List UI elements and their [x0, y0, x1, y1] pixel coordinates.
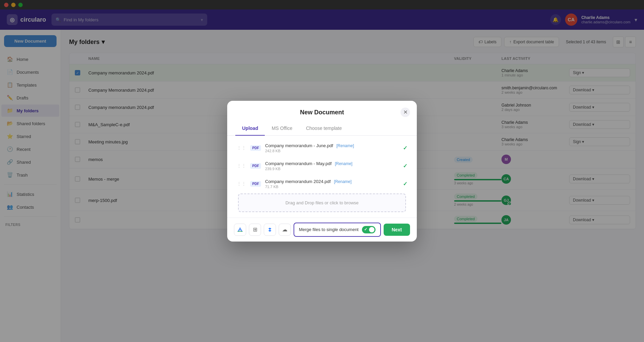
modal-overlay: New Document ✕ Upload MS Office Choose t… [0, 0, 644, 342]
file-check-icon: ✓ [403, 163, 407, 169]
tab-ms-office[interactable]: MS Office [265, 121, 299, 136]
drag-handle-icon[interactable]: ⋮⋮ [237, 163, 246, 168]
file-details: Company memorandum - June.pdf [Rename] 2… [265, 143, 399, 153]
file-check-icon: ✓ [403, 145, 407, 151]
grid-icon: ⊞ [253, 226, 257, 233]
drag-handle-icon[interactable]: ⋮⋮ [237, 181, 246, 186]
modal-tabs: Upload MS Office Choose template [227, 121, 417, 136]
tab-upload[interactable]: Upload [235, 121, 265, 136]
modal-footer: ⊞ ☁ Merge files to single document ✓ Nex… [227, 218, 417, 242]
rename-link[interactable]: [Rename] [337, 143, 354, 148]
file-type-badge: PDF [250, 181, 261, 187]
drop-zone-text: Drag and Drop files or click to browse [285, 200, 359, 205]
drop-zone[interactable]: Drag and Drop files or click to browse [238, 193, 406, 212]
merge-label: Merge files to single document [299, 227, 359, 232]
cloud-icon: ☁ [282, 226, 287, 233]
drag-handle-icon[interactable]: ⋮⋮ [237, 145, 246, 151]
new-document-modal: New Document ✕ Upload MS Office Choose t… [227, 101, 417, 242]
file-details: Company memorandum - May.pdf [Rename] 23… [265, 161, 399, 171]
grid-button[interactable]: ⊞ [249, 224, 261, 236]
tab-choose-template[interactable]: Choose template [299, 121, 349, 136]
google-drive-button[interactable] [234, 224, 246, 236]
file-item-size: 71.7 KB [265, 185, 399, 189]
file-item: ⋮⋮ PDF Company memorandum 2024.pdf [Rena… [233, 176, 411, 192]
toggle-check-icon: ✓ [364, 227, 367, 232]
modal-title: New Document [300, 109, 344, 116]
rename-link[interactable]: [Rename] [335, 161, 352, 166]
dropbox-button[interactable] [264, 224, 276, 236]
file-item-name: Company memorandum - May.pdf [Rename] [265, 161, 399, 166]
file-type-badge: PDF [250, 163, 261, 169]
footer-icons: ⊞ ☁ [234, 224, 291, 236]
rename-link[interactable]: [Rename] [334, 179, 351, 184]
file-name-text: Company memorandum - May.pdf [265, 161, 331, 166]
file-check-icon: ✓ [403, 181, 407, 187]
modal-header: New Document ✕ [227, 101, 417, 116]
uploaded-files-list: ⋮⋮ PDF Company memorandum - June.pdf [Re… [227, 136, 417, 218]
merge-toggle[interactable]: ✓ [362, 226, 375, 233]
file-item-name: Company memorandum - June.pdf [Rename] [265, 143, 399, 148]
merge-toggle-area[interactable]: Merge files to single document ✓ [294, 223, 381, 237]
tab-choose-template-label: Choose template [306, 126, 342, 131]
file-name-text: Company memorandum - June.pdf [265, 143, 333, 148]
modal-close-button[interactable]: ✕ [401, 108, 410, 117]
tab-ms-office-label: MS Office [272, 126, 292, 131]
file-item: ⋮⋮ PDF Company memorandum - June.pdf [Re… [233, 140, 411, 156]
file-type-badge: PDF [250, 145, 261, 151]
next-button[interactable]: Next [384, 224, 410, 236]
file-item-size: 242.8 KB [265, 149, 399, 153]
file-details: Company memorandum 2024.pdf [Rename] 71.… [265, 179, 399, 189]
file-item: ⋮⋮ PDF Company memorandum - May.pdf [Ren… [233, 158, 411, 174]
file-item-size: 239.9 KB [265, 167, 399, 171]
tab-upload-label: Upload [242, 126, 258, 131]
cloud-button[interactable]: ☁ [279, 224, 291, 236]
file-name-text: Company memorandum 2024.pdf [265, 179, 331, 184]
file-item-name: Company memorandum 2024.pdf [Rename] [265, 179, 399, 184]
